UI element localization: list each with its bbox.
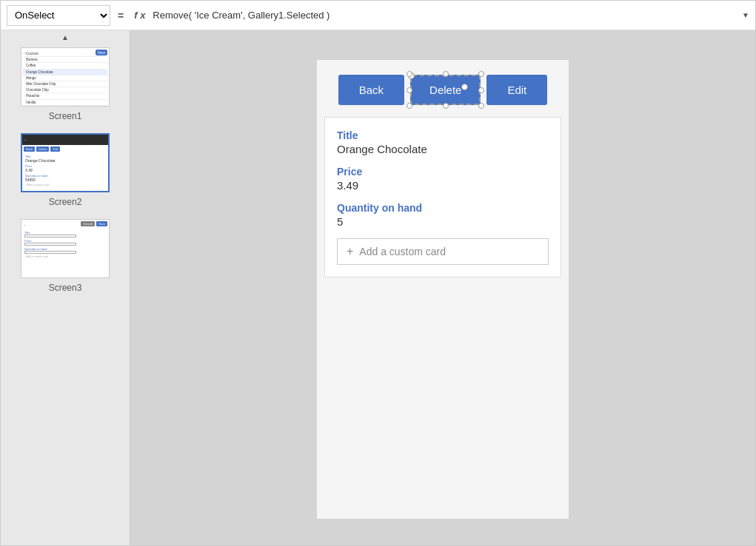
screen2-thumb-header: Back Delete Edit [22, 145, 108, 153]
back-button[interactable]: Back [338, 75, 404, 105]
delete-button-wrapper: Delete [410, 75, 481, 105]
screen3-dots[interactable]: ··· [23, 223, 25, 228]
screen1-new-badge: New [96, 50, 107, 55]
quantity-field-value: 5 [337, 215, 549, 228]
add-custom-card-button[interactable]: + Add a custom card [337, 238, 549, 265]
list-item: Orange Chocolate [23, 70, 107, 75]
screen3-item[interactable]: ··· Cancel Save Title Price Quantity on … [1, 216, 130, 302]
screen2-thumbnail: ··· Back Delete Edit Title Orange Chocol… [21, 133, 110, 192]
formula-dropdown-icon[interactable]: ▼ [742, 11, 749, 19]
thumb2-price-value: 3.49 [25, 168, 105, 172]
thumb2-add-card: + Add a custom card [25, 183, 105, 186]
handle-mid-left [407, 87, 412, 93]
list-item: Mint Chocolate Chip [23, 81, 107, 87]
event-select-wrapper[interactable]: OnSelect [7, 5, 110, 26]
formula-bar: OnSelect = f x ▼ [1, 1, 755, 30]
thumb2-edit-btn: Edit [50, 146, 60, 152]
quantity-field-label: Quantity on hand [337, 202, 549, 214]
screen2-thumb-content: Title Orange Chocolate Price 3.49 Quanti… [22, 153, 108, 188]
screen2-buttons-row: Back Delete Edit [338, 75, 548, 105]
main-layout: ▲ ··· New Coconut Banana Coffee Orange C… [1, 30, 755, 546]
handle-bot-left [407, 103, 412, 109]
handle-bot-mid [443, 103, 449, 109]
handle-top-left [407, 71, 412, 77]
thumb2-title-value: Orange Chocolate [25, 158, 105, 163]
list-item: Chocolate [23, 106, 107, 107]
screen2-dots[interactable]: ··· [24, 138, 26, 143]
add-custom-card-label: Add a custom card [359, 246, 446, 257]
list-item: Mango [23, 75, 107, 81]
screen2-label: Screen2 [7, 197, 124, 207]
screen2-item[interactable]: ··· Back Delete Edit Title Orange Chocol… [1, 130, 130, 216]
thumb2-delete-btn: Delete [36, 146, 50, 152]
handle-mid-right [478, 87, 484, 93]
screen1-dots[interactable]: ··· [23, 51, 25, 56]
scroll-up-button[interactable]: ▲ [1, 30, 130, 44]
screen1-item[interactable]: ··· New Coconut Banana Coffee Orange Cho… [1, 44, 130, 130]
delete-button[interactable]: Delete [410, 75, 481, 105]
fx-label: f x [131, 10, 148, 21]
detail-card: Title Orange Chocolate Price 3.49 Quanti… [324, 117, 561, 277]
thumb2-qty-value: 54950 [25, 178, 105, 182]
thumb3-price-input [24, 243, 76, 246]
thumb3-cancel-btn: Cancel [81, 221, 94, 226]
screen3-thumb-content: Title Price Quantity on hand + Add a cus… [21, 228, 109, 260]
screen1-list: Coconut Banana Coffee Orange Chocolate M… [21, 48, 109, 107]
edit-button[interactable]: Edit [486, 75, 547, 105]
thumb3-save-btn: Save [96, 221, 107, 226]
price-field-value: 3.49 [337, 179, 549, 192]
canvas-area: Back Delete Edit Title Oran [130, 30, 755, 546]
list-item: Banana [23, 57, 107, 63]
list-item: Chocolate Chip [23, 87, 107, 93]
title-field-label: Title [337, 129, 549, 141]
equals-sign: = [115, 10, 127, 21]
handle-top-right [478, 71, 484, 77]
add-custom-card-icon: + [347, 245, 353, 258]
thumb3-qty-input [24, 251, 76, 254]
screen3-label: Screen3 [7, 283, 124, 293]
screen-panel: ▲ ··· New Coconut Banana Coffee Orange C… [1, 30, 130, 546]
screen3-thumb-header: Cancel Save [21, 220, 109, 228]
event-select[interactable]: OnSelect [7, 5, 110, 26]
title-field-value: Orange Chocolate [337, 143, 549, 155]
price-field-label: Price [337, 166, 549, 178]
screen1-thumbnail: ··· New Coconut Banana Coffee Orange Cho… [21, 47, 110, 107]
screen3-thumbnail: ··· Cancel Save Title Price Quantity on … [21, 219, 110, 278]
list-item: Coffee [23, 63, 107, 69]
screen1-label: Screen1 [7, 111, 124, 121]
thumb3-title-input [24, 235, 76, 237]
list-item: Pistachio [23, 93, 107, 99]
thumb2-back-btn: Back [24, 146, 35, 152]
list-item: Coconut [23, 51, 107, 57]
handle-bot-right [478, 103, 484, 109]
handle-top-mid [443, 71, 449, 77]
list-item: Vanilla [23, 100, 107, 106]
thumb3-add-card: + Add a custom card [24, 255, 106, 258]
screen2-canvas: Back Delete Edit Title Oran [317, 60, 569, 519]
formula-input[interactable] [153, 5, 735, 26]
